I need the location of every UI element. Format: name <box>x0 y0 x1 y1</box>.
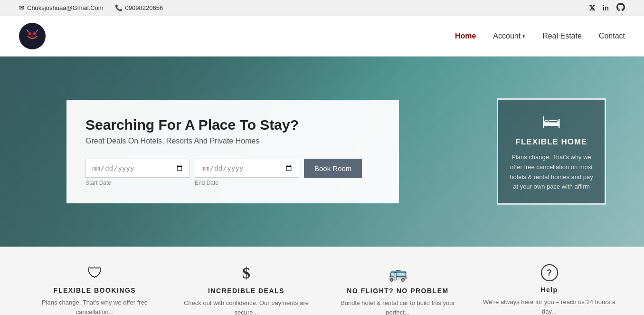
hero-subtitle: Great Deals On Hotels, Resorts And Priva… <box>85 137 380 145</box>
nav-realestate[interactable]: Real Estate <box>542 32 582 40</box>
feature-help-title: Help <box>481 286 617 294</box>
nav-account[interactable]: Account ▾ <box>493 32 525 40</box>
end-date-input[interactable] <box>195 159 299 178</box>
flex-home-title: FLEXIBLE HOME <box>508 137 595 147</box>
bed-icon: 🛏 <box>508 111 595 133</box>
end-date-group: End Date <box>195 159 299 186</box>
feature-flexible-bookings-desc: Plans change. That's why we offer free c… <box>27 298 163 315</box>
feature-no-flight-title: NO FLIGHT? NO PROBLEM <box>330 287 466 295</box>
booking-form: Start Date End Date Book Room <box>85 159 380 186</box>
header: Home Account ▾ Real Estate Contact <box>0 16 644 57</box>
main-nav: Home Account ▾ Real Estate Contact <box>455 32 625 40</box>
email-text: Chuksjoshuaa@Gmail.Com <box>27 4 104 11</box>
logo[interactable] <box>19 23 46 49</box>
nav-home[interactable]: Home <box>455 32 476 40</box>
feature-flexible-bookings-title: FLEXIBLE BOOKINGS <box>27 286 163 294</box>
feature-no-flight: 🚌 NO FLIGHT? NO PROBLEM Bundle hotel & r… <box>322 264 474 315</box>
email-icon: ✉ <box>19 4 24 11</box>
features-strip: 🛡 FLEXIBLE BOOKINGS Plans change. That's… <box>0 247 644 315</box>
shield-icon: 🛡 <box>27 264 163 282</box>
booking-panel: Searching For A Place To Stay? Great Dea… <box>66 100 399 203</box>
top-bar: ✉ Chuksjoshuaa@Gmail.Com 📞 09098220656 𝕏… <box>0 0 644 16</box>
flexible-home-card: 🛏 FLEXIBLE HOME Plans change. That's why… <box>497 98 606 205</box>
flex-home-text: Plans change. That's why we offer free c… <box>508 153 595 192</box>
feature-no-flight-desc: Bundle hotel & rental car to build this … <box>330 298 466 315</box>
email-contact: ✉ Chuksjoshuaa@Gmail.Com <box>19 4 104 11</box>
end-date-label: End Date <box>195 180 299 186</box>
phone-icon: 📞 <box>115 4 123 11</box>
twitter-link[interactable]: 𝕏 <box>589 4 595 12</box>
feature-help: ? Help We're always here for you – reach… <box>474 264 625 315</box>
dollar-icon: $ <box>178 264 314 282</box>
svg-point-2 <box>28 32 31 35</box>
chevron-down-icon: ▾ <box>522 33 525 39</box>
svg-point-3 <box>33 32 36 35</box>
feature-incredible-deals-title: INCREDIBLE DEALS <box>178 287 314 295</box>
bus-icon: 🚌 <box>330 264 466 282</box>
start-date-group: Start Date <box>85 159 190 186</box>
feature-incredible-deals: $ INCREDIBLE DEALS Check out with confid… <box>170 264 322 315</box>
help-icon: ? <box>541 264 558 281</box>
start-date-label: Start Date <box>85 180 190 186</box>
github-link[interactable] <box>616 3 625 13</box>
feature-flexible-bookings: 🛡 FLEXIBLE BOOKINGS Plans change. That's… <box>19 264 170 315</box>
social-links: 𝕏 in <box>589 3 625 13</box>
phone-text: 09098220656 <box>125 4 163 11</box>
book-room-button[interactable]: Book Room <box>304 159 362 178</box>
feature-incredible-deals-desc: Check out with confidence. Our payments … <box>178 298 314 315</box>
nav-contact[interactable]: Contact <box>599 32 625 40</box>
start-date-input[interactable] <box>85 159 190 178</box>
nav-account-label: Account <box>493 32 521 40</box>
hero-section: Searching For A Place To Stay? Great Dea… <box>0 57 644 247</box>
top-bar-left: ✉ Chuksjoshuaa@Gmail.Com 📞 09098220656 <box>19 4 163 11</box>
hero-title: Searching For A Place To Stay? <box>85 117 380 133</box>
phone-contact: 📞 09098220656 <box>115 4 163 11</box>
linkedin-link[interactable]: in <box>603 4 609 12</box>
feature-help-desc: We're always here for you – reach us 24 … <box>481 297 617 315</box>
